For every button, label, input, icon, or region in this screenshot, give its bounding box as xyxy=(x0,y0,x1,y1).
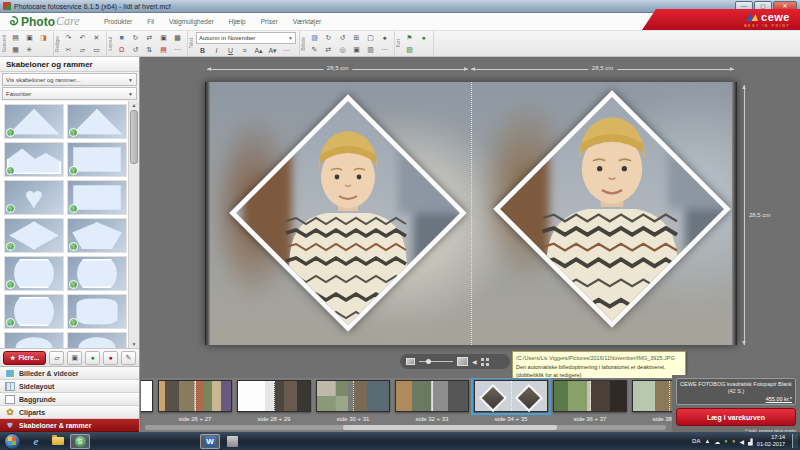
undo-icon[interactable]: ↶ xyxy=(76,32,89,43)
canvas-area[interactable]: 28,5 cm 28,5 cm 28,5 cm ◀ /C:/Users/Lis … xyxy=(141,57,800,378)
more-templates-button[interactable]: ★ Flere... xyxy=(3,351,46,365)
crop-icon[interactable]: ⊞ xyxy=(350,32,363,43)
template-mountain[interactable]: ↓ xyxy=(4,142,64,177)
reset-icon[interactable]: ↺ xyxy=(336,32,349,43)
page-thumbnail--34-35[interactable]: side 34 + 35 xyxy=(474,380,548,422)
template-rect[interactable]: ↓ xyxy=(67,180,127,215)
copy-icon[interactable]: ▱ xyxy=(76,44,89,55)
cut-icon[interactable]: ✂ xyxy=(62,44,75,55)
template-heart[interactable]: ♥↓ xyxy=(4,180,64,215)
download-icon[interactable]: ↓ xyxy=(6,128,15,137)
thumbnail-image[interactable] xyxy=(474,380,548,412)
template-circle[interactable]: ↓ xyxy=(4,256,64,291)
download-icon[interactable]: ↓ xyxy=(69,280,78,289)
mask-icon[interactable]: ▢ xyxy=(364,32,377,43)
send-backward-icon[interactable]: ▩ xyxy=(171,32,184,43)
thumbnail-image[interactable] xyxy=(237,380,311,412)
sidebar-item-baggrunde[interactable]: Baggrunde xyxy=(0,393,139,406)
thumbnail-partial[interactable] xyxy=(141,380,153,422)
filmstrip-scrollbar[interactable] xyxy=(145,425,666,430)
dark-circle-icon[interactable]: ● xyxy=(378,32,391,43)
globe-icon[interactable]: ● xyxy=(417,32,430,43)
insert-image-icon[interactable]: ▥ xyxy=(364,44,377,55)
export-image-icon[interactable]: ◨ xyxy=(37,32,50,43)
download-icon[interactable]: ↓ xyxy=(69,242,78,251)
background-icon[interactable]: ■ xyxy=(115,32,128,43)
template-arch[interactable]: ↓ xyxy=(67,332,127,348)
zoom-slider-handle[interactable] xyxy=(426,359,431,364)
tray-expand-icon[interactable]: ▲ xyxy=(704,438,710,444)
template-diamond[interactable]: ↓ xyxy=(4,218,64,253)
page-thumbnail--36-37[interactable]: side 36 + 37 xyxy=(553,380,627,422)
show-templates-dropdown[interactable]: Vis skabeloner og rammer...▼ xyxy=(2,73,137,86)
rotate-left-icon[interactable]: ↺ xyxy=(129,44,142,55)
stop-icon[interactable]: ● xyxy=(103,351,118,365)
menu-item-fil[interactable]: Fil xyxy=(147,18,154,25)
font-dropdown[interactable]: Autumn in November▼ xyxy=(196,32,296,44)
sidebar-item-sidelayout[interactable]: Sidelayout xyxy=(0,380,139,393)
save-icon[interactable]: ▤ xyxy=(9,32,22,43)
tray-cloud-icon[interactable]: ☁ xyxy=(714,438,720,445)
download-icon[interactable]: ↓ xyxy=(69,166,78,175)
template-arch[interactable]: ↓ xyxy=(4,332,64,348)
page-thumbnail--28-29[interactable]: side 28 + 29 xyxy=(237,380,311,422)
zoom-icon[interactable]: ◎ xyxy=(336,44,349,55)
template-circle[interactable]: ↓ xyxy=(4,294,64,329)
zoom-slider[interactable] xyxy=(419,361,453,362)
optimize-icon[interactable]: ▨ xyxy=(308,32,321,43)
font-up-icon[interactable]: A▴ xyxy=(252,45,265,56)
scrollbar-thumb[interactable] xyxy=(130,110,138,164)
delete-icon[interactable]: ✕ xyxy=(90,32,103,43)
template-rect[interactable]: ↓ xyxy=(67,142,127,177)
tray-orange-icon[interactable]: ● xyxy=(732,438,736,444)
flip-vertical-icon[interactable]: ⇅ xyxy=(143,44,156,55)
align-left-icon[interactable]: ≡ xyxy=(238,45,251,56)
favorites-dropdown[interactable]: Favoritter▼ xyxy=(2,87,137,100)
map-flag-icon[interactable]: ⚑ xyxy=(403,32,416,43)
template-circle[interactable]: ↓ xyxy=(67,256,127,291)
show-desktop-button[interactable] xyxy=(792,434,798,448)
download-icon[interactable]: ↓ xyxy=(69,204,78,213)
taskbar-clock[interactable]: 17:14 01-02-2017 xyxy=(757,434,785,448)
more-icon[interactable]: ⋯ xyxy=(280,45,293,56)
tray-green-icon[interactable]: ● xyxy=(724,438,728,444)
mask-icon[interactable]: ▱ xyxy=(49,351,64,365)
add-to-cart-button[interactable]: Læg i varekurven xyxy=(676,408,796,426)
scroll-up-icon[interactable]: ▲ xyxy=(129,102,139,108)
rotate-right-icon[interactable]: ↻ xyxy=(129,32,142,43)
arrange-icon[interactable]: ▤ xyxy=(157,44,170,55)
map-book-icon[interactable]: ▧ xyxy=(403,44,416,55)
taskbar-explorer-icon[interactable] xyxy=(48,434,68,449)
overview-grid-icon[interactable] xyxy=(481,358,489,366)
sidebar-scrollbar[interactable]: ▲ ▼ xyxy=(128,101,139,348)
zoom-in-image-icon[interactable] xyxy=(457,357,468,366)
magnet-icon[interactable]: Ω xyxy=(115,44,128,55)
sidebar-item-skabeloner-rammer[interactable]: ♥Skabeloner & rammer xyxy=(0,419,139,432)
font-down-icon[interactable]: A▾ xyxy=(266,45,279,56)
sidebar-item-cliparts[interactable]: ✿Cliparts xyxy=(0,406,139,419)
tray-volume-icon[interactable]: ◀ xyxy=(740,438,745,445)
download-icon[interactable]: ↓ xyxy=(6,204,15,213)
more-icon[interactable]: ⋯ xyxy=(171,44,184,55)
italic-icon[interactable]: I xyxy=(210,45,223,56)
price-link[interactable]: 455,00 kr.* xyxy=(680,396,792,402)
stamp-icon[interactable]: ✎ xyxy=(121,351,136,365)
save-as-icon[interactable]: ▦ xyxy=(9,44,22,55)
paste-icon[interactable]: ▭ xyxy=(90,44,103,55)
menu-item-produkter[interactable]: Produkter xyxy=(104,18,132,25)
template-rounded[interactable]: ↓ xyxy=(67,294,127,329)
taskbar-ie-icon[interactable]: e xyxy=(26,434,46,449)
download-icon[interactable]: ↓ xyxy=(6,318,15,327)
language-indicator[interactable]: DA xyxy=(692,438,700,444)
download-icon[interactable]: ↓ xyxy=(69,318,78,327)
template-triangle[interactable]: ↓ xyxy=(67,104,127,139)
rotate-image-icon[interactable]: ↻ xyxy=(322,32,335,43)
underline-icon[interactable]: U xyxy=(224,45,237,56)
taskbar-app-icon[interactable] xyxy=(222,434,242,449)
filmstrip-scrollbar-thumb[interactable] xyxy=(343,425,557,430)
page-thumbnail--32-33[interactable]: side 32 + 33 xyxy=(395,380,469,422)
settings-icon[interactable]: ✳ xyxy=(23,44,36,55)
menu-item-vrktjer[interactable]: Værktøjer xyxy=(293,18,322,25)
previous-page-icon[interactable]: ◀ xyxy=(472,358,477,365)
taskbar-photocare-icon[interactable]: S xyxy=(70,434,90,449)
